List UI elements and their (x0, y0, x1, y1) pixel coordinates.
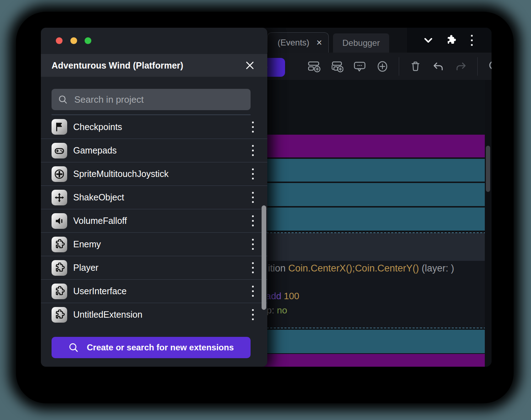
item-menu-icon[interactable] (249, 284, 257, 298)
dialog-header: Adventurous Wind (Platformer) (41, 54, 267, 77)
puzzle-icon (52, 284, 67, 299)
list-item-enemy[interactable]: Enemy (41, 232, 267, 256)
event-row-purple[interactable] (245, 354, 485, 367)
move-icon (52, 190, 67, 205)
tab-events[interactable]: (Events) × (267, 32, 329, 53)
toolbar-divider (399, 57, 399, 76)
tab-close-icon[interactable]: × (316, 38, 322, 48)
event-row-teal[interactable] (245, 183, 485, 206)
puzzle-icon (52, 237, 67, 252)
event-row-teal[interactable] (245, 159, 485, 182)
event-row-teal[interactable] (245, 208, 485, 231)
item-menu-icon[interactable] (249, 190, 257, 204)
add-subevent-icon[interactable] (331, 60, 343, 73)
zoom-window-button[interactable] (85, 37, 91, 44)
search-icon (58, 95, 68, 104)
list-item-shakeobject[interactable]: ShakeObject (41, 185, 267, 209)
list-item-spritemultitouchjoystick[interactable]: SpriteMultitouchJoystick (41, 162, 267, 185)
delete-icon[interactable] (409, 60, 422, 73)
dialog-title: Adventurous Wind (Platformer) (52, 60, 183, 71)
event-action-add[interactable]: add 100 (266, 291, 299, 302)
extension-label: UntitledExtension (73, 309, 249, 320)
event-conditions-area[interactable] (246, 233, 485, 261)
extension-label: Checkpoints (73, 122, 249, 132)
redo-icon[interactable] (455, 60, 467, 73)
close-window-button[interactable] (56, 37, 63, 44)
chevron-down-icon[interactable] (423, 35, 434, 45)
events-scrollbar[interactable] (486, 146, 490, 192)
cta-label: Create or search for new extensions (87, 343, 234, 352)
tab-debugger[interactable]: Debugger (333, 33, 389, 53)
dialog-scrollbar[interactable] (262, 205, 266, 310)
extension-label: Player (73, 263, 249, 273)
toolbar-divider (477, 57, 478, 76)
list-item-volumefalloff[interactable]: VolumeFalloff (41, 209, 267, 232)
item-menu-icon[interactable] (249, 214, 257, 228)
search-icon (68, 342, 79, 353)
extensions-puzzle-icon[interactable] (445, 35, 456, 46)
volume-icon (52, 213, 67, 229)
item-menu-icon[interactable] (249, 120, 257, 134)
search-input[interactable] (74, 94, 244, 105)
selected-event-block[interactable]: ition Coin.CenterX();Coin.CenterY() (lay… (245, 232, 486, 328)
extension-label: Gamepads (73, 145, 249, 156)
search-events-icon[interactable] (488, 60, 492, 73)
item-menu-icon[interactable] (249, 167, 257, 181)
extension-label: UserInterface (73, 286, 249, 296)
event-action-loop[interactable]: p: no (267, 305, 287, 316)
extension-label: SpriteMultitouchJoystick (73, 169, 249, 179)
add-comment-icon[interactable] (353, 60, 366, 73)
project-search-box[interactable] (52, 89, 251, 110)
list-item-gamepads[interactable]: Gamepads (41, 139, 267, 162)
list-item-checkpoints[interactable]: Checkpoints (41, 115, 267, 139)
event-row-purple[interactable] (245, 135, 485, 157)
puzzle-icon (52, 307, 67, 323)
more-vertical-icon[interactable] (468, 33, 476, 47)
events-right-gutter (485, 80, 492, 367)
add-event-icon[interactable] (308, 60, 321, 73)
list-item-player[interactable]: Player (41, 256, 267, 279)
tab-events-label: (Events) (278, 38, 309, 48)
create-or-search-extensions-button[interactable]: Create or search for new extensions (52, 337, 251, 358)
extension-label: VolumeFalloff (73, 216, 249, 226)
extensions-dialog-window: Adventurous Wind (Platformer) Checkpoint… (41, 28, 267, 367)
puzzle-icon (52, 260, 67, 276)
extensions-list: Checkpoints Gamepads SpriteMultitouchJoy… (41, 115, 267, 326)
joystick-icon (52, 166, 67, 182)
screenshot-stage: (Events) × Debugger (0, 0, 531, 420)
topbar-right-section (407, 28, 492, 53)
flag-icon (52, 119, 67, 135)
extension-label: Enemy (73, 239, 249, 249)
extension-label: ShakeObject (73, 192, 249, 203)
tab-debugger-label: Debugger (342, 38, 380, 48)
gamepad-icon (52, 143, 67, 158)
minimize-window-button[interactable] (70, 37, 77, 44)
item-menu-icon[interactable] (249, 261, 257, 275)
event-row-teal[interactable] (245, 330, 485, 353)
item-menu-icon[interactable] (249, 144, 257, 157)
event-action-position[interactable]: ition Coin.CenterX();Coin.CenterY() (lay… (268, 263, 454, 274)
item-menu-icon[interactable] (249, 308, 257, 322)
undo-icon[interactable] (432, 60, 445, 73)
close-dialog-icon[interactable] (245, 61, 254, 70)
list-item-userinterface[interactable]: UserInterface (41, 279, 267, 303)
list-item-untitledextension[interactable]: UntitledExtension (41, 303, 267, 326)
item-menu-icon[interactable] (249, 237, 257, 251)
add-circle-icon[interactable] (376, 60, 389, 73)
